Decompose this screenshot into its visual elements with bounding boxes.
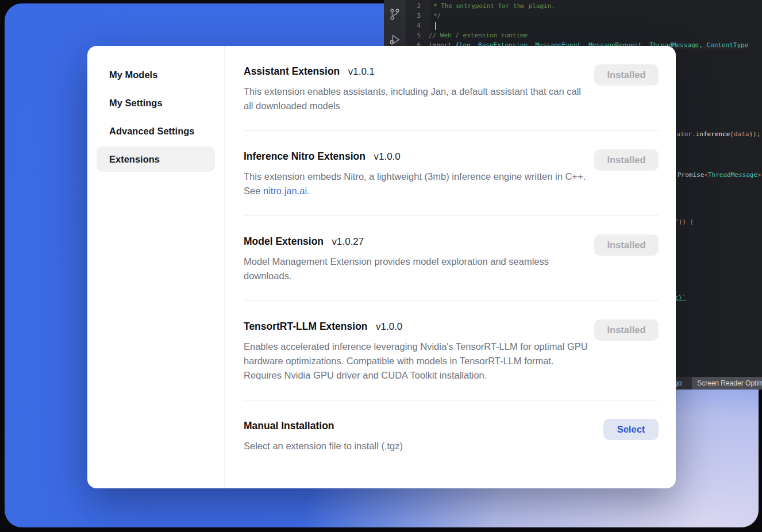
settings-sidebar: My Models My Settings Advanced Settings … — [87, 46, 225, 488]
screen-reader-status[interactable]: Screen Reader Optimized — [692, 377, 762, 390]
extension-version: v1.0.0 — [376, 321, 402, 332]
extension-version: v1.0.27 — [332, 236, 364, 247]
code-text: * The entrypoint for the plugin. — [429, 2, 555, 10]
extension-row-inference-nitro: Inference Nitro Extension v1.0.0 This ex… — [244, 131, 659, 216]
sidebar-item-my-models[interactable]: My Models — [97, 62, 215, 87]
extension-row-assistant: Assistant Extension v1.0.1 This extensio… — [244, 46, 659, 131]
select-file-button[interactable]: Select — [603, 419, 659, 440]
nitro-jan-ai-link[interactable]: nitro.jan.ai. — [263, 186, 310, 196]
text-cursor — [435, 22, 436, 30]
code-fragment: Promise<ThreadMessage> — [678, 170, 761, 180]
extension-name: TensortRT-LLM Extension — [244, 321, 368, 332]
manual-installation-row: Manual Installation Select an extension … — [244, 400, 659, 466]
extension-name: Inference Nitro Extension — [244, 151, 365, 162]
code-line: 5// Web / extension runtime — [384, 30, 762, 40]
extension-row-tensorrt-llm: TensortRT-LLM Extension v1.0.0 Enables a… — [244, 301, 659, 400]
extension-description: Enables accelerated inference leveraging… — [244, 340, 588, 383]
extensions-panel: Assistant Extension v1.0.1 This extensio… — [225, 46, 676, 488]
manual-installation-description: Select an extension file to install (.tg… — [244, 439, 403, 453]
code-line: 3*/ — [384, 11, 762, 21]
code-text: */ — [429, 12, 441, 20]
code-line: 2* The entrypoint for the plugin. — [384, 1, 762, 11]
code-line: 4 — [384, 21, 762, 30]
settings-modal: My Models My Settings Advanced Settings … — [87, 46, 676, 488]
extension-description: This extension embeds Nitro, a lightweig… — [244, 169, 588, 198]
line-number: 2 — [384, 1, 429, 11]
extension-description: Model Management Extension provides mode… — [244, 255, 588, 283]
extension-name: Assistant Extension — [244, 65, 340, 77]
extension-description: This extension enables assistants, inclu… — [244, 84, 588, 113]
line-number: 5 — [384, 30, 429, 40]
extension-name: Model Extension — [244, 236, 324, 247]
code-fragment: t}` — [675, 293, 686, 303]
sidebar-item-advanced-settings[interactable]: Advanced Settings — [97, 118, 215, 144]
line-number: 4 — [384, 21, 429, 30]
manual-installation-title: Manual Installation — [244, 420, 334, 431]
extension-row-model: Model Extension v1.0.27 Model Management… — [244, 216, 659, 301]
code-area: 2* The entrypoint for the plugin. 3*/ 4 … — [384, 1, 762, 50]
extension-version: v1.0.1 — [348, 66, 375, 77]
line-number: 3 — [384, 11, 429, 21]
installed-button[interactable]: Installed — [594, 149, 659, 171]
installed-button[interactable]: Installed — [594, 234, 659, 256]
installed-button[interactable]: Installed — [594, 319, 659, 341]
code-fragment: ")) { — [675, 217, 694, 227]
sidebar-item-extensions[interactable]: Extensions — [97, 147, 215, 172]
sidebar-item-my-settings[interactable]: My Settings — [97, 90, 215, 115]
extension-version: v1.0.0 — [374, 151, 400, 162]
code-text: // Web / extension runtime — [429, 32, 528, 39]
installed-button[interactable]: Installed — [594, 64, 659, 86]
code-fragment: rator.inference(data)); — [673, 129, 760, 139]
